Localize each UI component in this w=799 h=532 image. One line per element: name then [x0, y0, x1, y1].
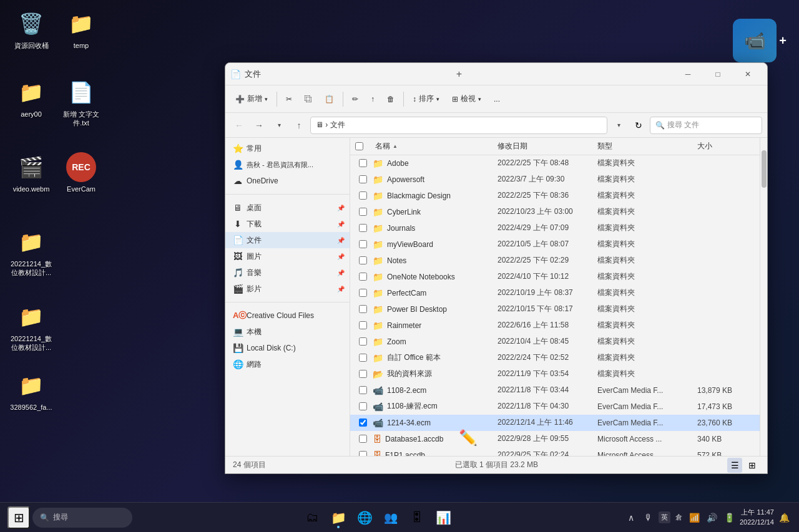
maximize-button[interactable]: □	[703, 65, 732, 84]
share-button[interactable]: ↑	[366, 89, 380, 109]
table-row[interactable]: 📁Adobe 2022/2/25 下午 08:48 檔案資料夾	[350, 155, 760, 172]
sidebar-item-pictures[interactable]: 🖼 圖片 📌	[225, 248, 350, 264]
search-box[interactable]: 🔍 搜尋 文件	[650, 117, 762, 134]
col-header-date[interactable]: 修改日期	[495, 141, 595, 152]
row-checkbox[interactable]	[359, 208, 367, 216]
sidebar-item-network[interactable]: 🌐 網路	[225, 356, 350, 372]
table-row[interactable]: 📁PerfectCam 2022/10/19 上午 08:37 檔案資料夾	[350, 285, 760, 301]
row-checkbox[interactable]	[359, 191, 367, 200]
row-checkbox[interactable]	[359, 418, 367, 427]
desktop-icon-newtxt[interactable]: 📄 新增 文字文件.txt	[56, 75, 106, 130]
row-checkbox[interactable]	[359, 402, 367, 410]
forward-button[interactable]: →	[250, 117, 268, 134]
table-row[interactable]: 📁Apowersoft 2022/3/7 上午 09:30 檔案資料夾	[350, 172, 760, 188]
row-checkbox[interactable]	[359, 337, 367, 346]
table-row[interactable]: 📁Notes 2022/2/25 下午 02:29 檔案資料夾	[350, 253, 760, 269]
time-display[interactable]: 上午 11:47 2022/12/14	[740, 508, 774, 527]
table-row[interactable]: 📁OneNote Notebooks 2022/4/10 下午 10:12 檔案…	[350, 269, 760, 285]
table-row[interactable]: 📁CyberLink 2022/10/23 上午 03:00 檔案資料夾	[350, 204, 760, 220]
table-row[interactable]: 📂我的資料來源 2022/11/9 下午 03:54 檔案資料夾	[350, 366, 760, 382]
taskbar-search[interactable]: 🔍 搜尋	[32, 508, 132, 528]
row-checkbox[interactable]	[359, 321, 367, 329]
row-checkbox[interactable]	[359, 175, 367, 183]
desktop-icon-3289[interactable]: 📁 3289562_fa...	[6, 368, 56, 414]
new-tab-button[interactable]: +	[445, 65, 474, 84]
table-row[interactable]: 📁自訂 Office 範本 2022/2/24 下午 02:52 檔案資料夾	[350, 350, 760, 366]
col-header-size[interactable]: 大小	[695, 141, 757, 152]
row-checkbox[interactable]	[359, 435, 367, 443]
sidebar-item-videos[interactable]: 🎬 影片 📌	[225, 281, 350, 297]
taskbar-widgets[interactable]: 🗂	[300, 505, 325, 530]
sidebar-item-documents[interactable]: 📄 文件 📌	[225, 232, 350, 248]
row-checkbox[interactable]	[359, 386, 367, 394]
sidebar-item-local-disk[interactable]: 💾 Local Disk (C:)	[225, 340, 350, 356]
up-button[interactable]: ↑	[290, 117, 308, 134]
input-lang2[interactable]: 倉	[673, 511, 685, 523]
wifi-icon[interactable]: 📶	[687, 510, 702, 525]
table-row[interactable]: 📁Power BI Desktop 2022/10/15 下午 08:17 檔案…	[350, 301, 760, 317]
cut-button[interactable]: ✂	[281, 89, 297, 109]
desktop-icon-video[interactable]: 🎬 video.webm	[6, 150, 56, 196]
table-row[interactable]: 🗄Database1.accdb 2022/9/28 上午 09:55 Micr…	[350, 431, 760, 447]
row-checkbox[interactable]	[359, 240, 367, 248]
row-checkbox[interactable]	[359, 370, 367, 378]
desktop-icon-folder1[interactable]: 📁 20221214_數位教材設計...	[6, 225, 56, 280]
sort-button[interactable]: ↕ 排序 ▾	[408, 89, 444, 109]
sidebar-item-desktop[interactable]: 🖥 桌面 📌	[225, 200, 350, 216]
address-dropdown-button[interactable]: ▾	[610, 117, 627, 134]
row-checkbox[interactable]	[359, 354, 367, 362]
sidebar-item-this-pc[interactable]: 💻 本機	[225, 324, 350, 340]
desktop-icon-aery00[interactable]: 📁 aery00	[6, 75, 56, 121]
table-row[interactable]: 📁Blackmagic Design 2022/2/25 下午 08:36 檔案…	[350, 188, 760, 204]
select-all-checkbox[interactable]	[355, 142, 363, 150]
input-lang[interactable]: 英	[659, 511, 670, 523]
table-row[interactable]: 📹1108-2.ecm 2022/11/8 下午 03:44 EverCam M…	[350, 382, 760, 399]
desktop-icon-temp[interactable]: 📁 temp	[56, 6, 106, 52]
table-row[interactable]: 🗄F1P1.accdb 2022/9/25 下午 02:24 Microsoft…	[350, 447, 760, 456]
paste-button[interactable]: 📋	[320, 89, 339, 109]
taskbar-edge[interactable]: 🌐	[352, 505, 377, 530]
table-row[interactable]: 📹1214-34.ecm 2022/12/14 上午 11:46 EverCam…	[350, 415, 760, 431]
row-checkbox[interactable]	[359, 289, 367, 297]
col-header-type[interactable]: 類型	[595, 141, 695, 152]
rename-button[interactable]: ✏	[347, 89, 363, 109]
copy-button[interactable]: ⿻	[300, 89, 317, 109]
grid-view-button[interactable]: ⊞	[745, 458, 760, 473]
sidebar-item-onedrive[interactable]: ☁ OneDrive	[225, 173, 350, 189]
battery-icon[interactable]: 🔋	[722, 510, 737, 525]
minimize-button[interactable]: ─	[674, 65, 702, 84]
start-button[interactable]: ⊞	[7, 506, 30, 529]
taskbar-powerpoint[interactable]: 📊	[431, 505, 456, 530]
row-checkbox[interactable]	[359, 305, 367, 313]
back-button[interactable]: ←	[230, 117, 248, 134]
scrollbar-thumb[interactable]	[762, 150, 767, 188]
desktop-icon-recycle[interactable]: 🗑️ 資源回收桶	[6, 6, 56, 52]
close-button[interactable]: ✕	[733, 65, 762, 84]
sidebar-item-yanzao[interactable]: 👤 燕秋 - 君邑資訊有限...	[225, 157, 350, 173]
recent-locations-button[interactable]: ▾	[270, 117, 288, 134]
sidebar-item-quickaccess[interactable]: ⭐ 常用	[225, 140, 350, 157]
list-view-button[interactable]: ☰	[727, 458, 742, 473]
sidebar-item-creative-cloud[interactable]: Aⓒ Creative Cloud Files	[225, 307, 350, 324]
row-checkbox[interactable]	[359, 224, 367, 232]
refresh-button[interactable]: ↻	[630, 117, 647, 134]
taskbar-explorer[interactable]: 📁	[326, 505, 351, 530]
desktop-icon-evercam[interactable]: REC EverCam	[56, 150, 106, 196]
table-row[interactable]: 📁myViewBoard 2022/10/5 上午 08:07 檔案資料夾	[350, 236, 760, 253]
sidebar-item-downloads[interactable]: ⬇ 下載 📌	[225, 216, 350, 232]
more-button[interactable]: ...	[489, 89, 505, 109]
row-checkbox[interactable]	[359, 451, 367, 456]
table-row[interactable]: 📁Zoom 2022/10/4 上午 08:45 檔案資料夾	[350, 334, 760, 350]
view-button[interactable]: ⊞ 檢視 ▾	[447, 89, 486, 109]
desktop-icon-folder2[interactable]: 📁 20221214_數位教材設計...	[6, 299, 56, 355]
address-path[interactable]: 🖥 › 文件	[310, 117, 607, 134]
row-checkbox[interactable]	[359, 256, 367, 264]
vertical-scrollbar[interactable]	[760, 138, 767, 456]
sidebar-item-music[interactable]: 🎵 音樂 📌	[225, 264, 350, 281]
taskbar-teams[interactable]: 👥	[378, 505, 403, 530]
tray-overflow[interactable]: ∧	[624, 510, 639, 525]
row-checkbox[interactable]	[359, 159, 367, 167]
taskbar-streamdeck[interactable]: 🎛	[404, 505, 429, 530]
notifications-icon[interactable]: 🔔	[777, 510, 792, 525]
volume-icon[interactable]: 🔊	[705, 510, 720, 525]
